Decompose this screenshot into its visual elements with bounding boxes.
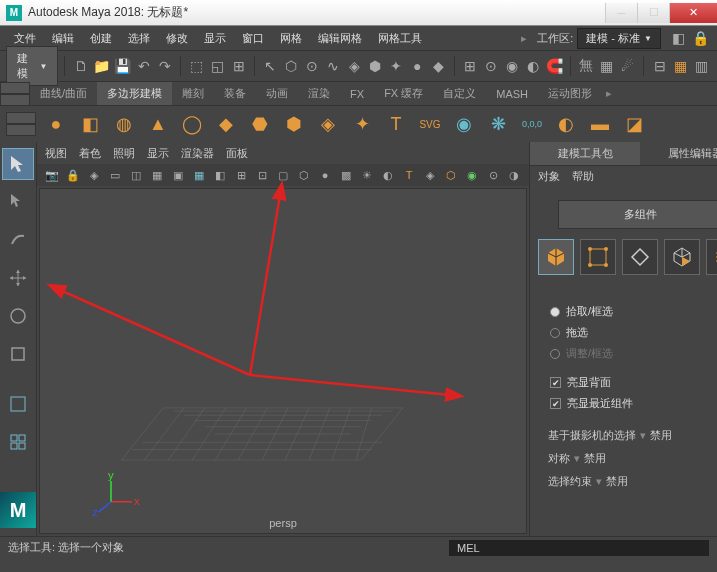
construction-history-icon[interactable]: 無 bbox=[576, 55, 595, 77]
poly-type-icon[interactable]: T bbox=[382, 110, 410, 138]
uv-mode-icon[interactable] bbox=[706, 239, 717, 275]
menu-display[interactable]: 显示 bbox=[196, 28, 234, 49]
new-scene-icon[interactable]: 🗋 bbox=[71, 55, 90, 77]
shelf-tab-mash[interactable]: MASH bbox=[486, 84, 538, 104]
minimize-button[interactable]: ─ bbox=[605, 3, 637, 23]
vp-xray-joints-icon[interactable]: ⬡ bbox=[442, 166, 460, 184]
vp-menu-show[interactable]: 显示 bbox=[147, 146, 169, 161]
shelf-tab-rigging[interactable]: 装备 bbox=[214, 82, 256, 105]
shelf-tab-animation[interactable]: 动画 bbox=[256, 82, 298, 105]
vp-isolate-icon[interactable]: T bbox=[400, 166, 418, 184]
snap-grid-icon[interactable]: ⊞ bbox=[461, 55, 480, 77]
shelf-options[interactable] bbox=[0, 82, 30, 106]
snap-curve-icon[interactable]: ⊙ bbox=[482, 55, 501, 77]
dock-icon[interactable]: ◧ bbox=[667, 27, 689, 49]
layout-four-icon[interactable] bbox=[2, 426, 34, 458]
symmetry-option[interactable]: 对称▾禁用 bbox=[538, 447, 717, 470]
object-mode-icon[interactable] bbox=[538, 239, 574, 275]
move-tool[interactable] bbox=[2, 262, 34, 294]
toggle-modeling-icon[interactable]: ▦ bbox=[671, 55, 690, 77]
tab-modeling-toolkit[interactable]: 建模工具包 bbox=[530, 142, 640, 165]
rp-menu-help[interactable]: 帮助 bbox=[572, 169, 594, 184]
select-handle-icon[interactable]: ⬡ bbox=[282, 55, 301, 77]
shelf-tab-poly[interactable]: 多边形建模 bbox=[97, 82, 172, 105]
poly-cone-icon[interactable]: ▲ bbox=[144, 110, 172, 138]
vp-bookmark-icon[interactable]: ◈ bbox=[85, 166, 103, 184]
select-component-icon[interactable]: ⊞ bbox=[229, 55, 248, 77]
select-dynamic-icon[interactable]: ✦ bbox=[387, 55, 406, 77]
command-line[interactable]: MEL bbox=[449, 540, 709, 556]
close-button[interactable]: ✕ bbox=[669, 3, 717, 23]
vp-wireframe-icon[interactable]: ⬡ bbox=[295, 166, 313, 184]
module-dropdown[interactable]: 建模▼ bbox=[6, 46, 58, 86]
vp-grid-icon[interactable]: ▦ bbox=[148, 166, 166, 184]
poly-cube-icon[interactable]: ◧ bbox=[76, 110, 104, 138]
selection-constraint[interactable]: 选择约束▾禁用 bbox=[538, 470, 717, 493]
viewport-3d[interactable]: x y z persp bbox=[39, 188, 527, 534]
menu-more-icon[interactable]: ▸ bbox=[521, 32, 527, 45]
check-nearest[interactable]: ✔亮显最近组件 bbox=[538, 393, 717, 414]
vp-menu-renderer[interactable]: 渲染器 bbox=[181, 146, 214, 161]
multi-component-button[interactable]: 多组件 bbox=[558, 200, 717, 229]
poly-ultrashape-icon[interactable]: ❋ bbox=[484, 110, 512, 138]
vp-gamma-icon[interactable]: ⊙ bbox=[484, 166, 502, 184]
poly-boolean-icon[interactable]: ◪ bbox=[620, 110, 648, 138]
open-scene-icon[interactable]: 📁 bbox=[92, 55, 111, 77]
vp-menu-shading[interactable]: 着色 bbox=[79, 146, 101, 161]
save-scene-icon[interactable]: 💾 bbox=[113, 55, 132, 77]
poly-prism-icon[interactable]: ✦ bbox=[348, 110, 376, 138]
vp-shaded-icon[interactable]: ● bbox=[316, 166, 334, 184]
select-misc-icon[interactable]: ◆ bbox=[429, 55, 448, 77]
snap-plane-icon[interactable]: ◐ bbox=[524, 55, 543, 77]
menu-modify[interactable]: 修改 bbox=[158, 28, 196, 49]
shelf-tab-rendering[interactable]: 渲染 bbox=[298, 82, 340, 105]
menu-create[interactable]: 创建 bbox=[82, 28, 120, 49]
vp-menu-lighting[interactable]: 照明 bbox=[113, 146, 135, 161]
select-surface-icon[interactable]: ◈ bbox=[345, 55, 364, 77]
poly-plane-icon[interactable]: ◆ bbox=[212, 110, 240, 138]
scale-tool[interactable] bbox=[2, 338, 34, 370]
shelf-menu[interactable] bbox=[6, 112, 36, 136]
select-tool[interactable] bbox=[2, 148, 34, 180]
lasso-tool[interactable] bbox=[2, 186, 34, 218]
vp-select-camera-icon[interactable]: 📷 bbox=[43, 166, 61, 184]
vp-2d-pan-icon[interactable]: ◫ bbox=[127, 166, 145, 184]
poly-sphere-icon[interactable]: ● bbox=[42, 110, 70, 138]
vp-gate-mask-icon[interactable]: ◧ bbox=[211, 166, 229, 184]
vp-lock-camera-icon[interactable]: 🔒 bbox=[64, 166, 82, 184]
shelf-tab-fx[interactable]: FX bbox=[340, 84, 374, 104]
maximize-button[interactable]: ☐ bbox=[637, 3, 669, 23]
vp-view-transform-icon[interactable]: ◑ bbox=[505, 166, 523, 184]
shelf-tab-curves[interactable]: 曲线/曲面 bbox=[30, 82, 97, 105]
vp-safe-title-icon[interactable]: ▢ bbox=[274, 166, 292, 184]
snap-live-icon[interactable]: 🧲 bbox=[545, 55, 564, 77]
shelf-tab-sculpt[interactable]: 雕刻 bbox=[172, 82, 214, 105]
vp-shadows-icon[interactable]: ◐ bbox=[379, 166, 397, 184]
poly-svg-icon[interactable]: SVG bbox=[416, 110, 444, 138]
poly-separate-icon[interactable]: ▬ bbox=[586, 110, 614, 138]
vp-field-chart-icon[interactable]: ⊞ bbox=[232, 166, 250, 184]
select-render-icon[interactable]: ● bbox=[408, 55, 427, 77]
poly-platonic-icon[interactable]: ⬢ bbox=[280, 110, 308, 138]
select-curve-icon[interactable]: ∿ bbox=[324, 55, 343, 77]
select-hierarchy-icon[interactable]: ⬚ bbox=[187, 55, 206, 77]
rp-menu-object[interactable]: 对象 bbox=[538, 169, 560, 184]
vp-safe-action-icon[interactable]: ⊡ bbox=[253, 166, 271, 184]
rotate-tool[interactable] bbox=[2, 300, 34, 332]
ipr-icon[interactable]: ☄ bbox=[618, 55, 637, 77]
radio-drag[interactable]: 拖选 bbox=[538, 322, 717, 343]
camera-based-selection[interactable]: 基于摄影机的选择▾禁用 bbox=[538, 424, 717, 447]
vertex-mode-icon[interactable] bbox=[580, 239, 616, 275]
vp-image-plane-icon[interactable]: ▭ bbox=[106, 166, 124, 184]
poly-pyramid-icon[interactable]: ◈ bbox=[314, 110, 342, 138]
select-joint-icon[interactable]: ⊙ bbox=[303, 55, 322, 77]
poly-disc-icon[interactable]: ⬣ bbox=[246, 110, 274, 138]
vp-menu-view[interactable]: 视图 bbox=[45, 146, 67, 161]
vp-xray-icon[interactable]: ◈ bbox=[421, 166, 439, 184]
undo-icon[interactable]: ↶ bbox=[134, 55, 153, 77]
panel-layout-icon[interactable]: ⊟ bbox=[650, 55, 669, 77]
shelf-tab-custom[interactable]: 自定义 bbox=[433, 82, 486, 105]
redo-icon[interactable]: ↷ bbox=[155, 55, 174, 77]
lock-icon[interactable]: 🔒 bbox=[689, 27, 711, 49]
radio-pick[interactable]: 拾取/框选 bbox=[538, 301, 717, 322]
